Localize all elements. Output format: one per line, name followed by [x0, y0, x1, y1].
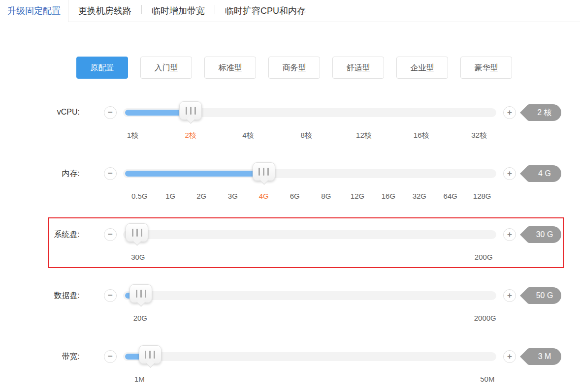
preset-luxury[interactable]: 豪华型: [460, 57, 512, 79]
decrease-button[interactable]: −: [104, 106, 117, 119]
decrease-button[interactable]: −: [104, 228, 117, 241]
increase-button[interactable]: +: [503, 167, 516, 180]
plus-icon: +: [507, 291, 512, 300]
tick-label: 1核: [127, 131, 138, 140]
tick-label: 128G: [473, 192, 491, 200]
tick-label: 20G: [133, 314, 147, 322]
slider-fill: [125, 171, 266, 177]
tick-label: 12核: [356, 131, 372, 140]
handle-grip-icon: [149, 351, 151, 359]
preset-row: 原配置入门型标准型商务型舒适型企业型豪华型: [76, 57, 580, 79]
handle-grip-icon: [267, 168, 269, 176]
minus-icon: −: [108, 108, 113, 117]
plus-icon: +: [507, 230, 512, 239]
handle-grip-icon: [263, 168, 264, 176]
slider-track[interactable]: 1M50M: [123, 352, 496, 361]
plus-icon: +: [507, 352, 512, 361]
tab-temp-increase-bandwidth[interactable]: 临时增加带宽: [142, 0, 215, 22]
badge-value: 50 G: [528, 287, 561, 304]
value-badge: 50 G: [520, 287, 561, 304]
handle-grip-icon: [141, 229, 142, 237]
preset-entry[interactable]: 入门型: [140, 57, 192, 79]
tick-label: 6G: [290, 192, 300, 200]
tick-labels: 30G200G: [123, 253, 496, 263]
slider-label: vCPU:: [0, 108, 80, 117]
tab-temp-expand-cpu-memory[interactable]: 临时扩容CPU和内存: [215, 0, 316, 22]
slider-label: 带宽:: [0, 352, 80, 362]
increase-button[interactable]: +: [503, 289, 516, 302]
tick-labels: 1M50M: [123, 375, 496, 385]
tick-label: 30G: [131, 253, 145, 261]
decrease-button[interactable]: −: [104, 289, 117, 302]
tick-label: 1G: [165, 192, 175, 200]
slider-track[interactable]: 0.5G1G2G3G4G6G8G12G16G32G64G128G: [123, 169, 496, 178]
preset-business[interactable]: 商务型: [268, 57, 320, 79]
minus-icon: −: [108, 352, 113, 361]
handle-grip-icon: [154, 351, 155, 359]
badge-arrow-icon: [520, 104, 528, 121]
badge-value: 30 G: [528, 226, 561, 243]
tick-labels: 20G2000G: [123, 314, 496, 324]
minus-icon: −: [108, 291, 113, 300]
slider-handle[interactable]: [139, 345, 161, 364]
tick-label: 32核: [471, 131, 487, 140]
slider-handle[interactable]: [253, 162, 275, 181]
value-badge: 30 G: [520, 226, 561, 243]
tab-upgrade-fixed-config[interactable]: 升级固定配置: [0, 0, 68, 22]
handle-grip-icon: [190, 107, 192, 115]
slider-track[interactable]: 1核2核4核8核12核16核32核: [123, 108, 496, 117]
handle-grip-icon: [145, 290, 146, 298]
badge-value: 4 G: [528, 165, 561, 182]
tick-label: 12G: [351, 192, 364, 200]
tick-label: 2G: [196, 192, 206, 200]
slider-track[interactable]: 30G200G: [123, 230, 496, 239]
slider-label: 数据盘:: [0, 291, 80, 301]
badge-arrow-icon: [520, 226, 528, 243]
tick-label: 1M: [134, 375, 145, 383]
increase-button[interactable]: +: [503, 106, 516, 119]
tick-labels: 0.5G1G2G3G4G6G8G12G16G32G64G128G: [123, 192, 496, 202]
increase-button[interactable]: +: [503, 350, 516, 363]
tick-label: 4核: [242, 131, 254, 140]
handle-grip-icon: [136, 229, 138, 237]
badge-value: 3 M: [528, 348, 561, 365]
slider-row-memory: 内存: − 0.5G1G2G3G4G6G8G12G16G32G64G128G +…: [0, 143, 580, 204]
handle-grip-icon: [136, 290, 137, 298]
tick-label: 50M: [480, 375, 494, 383]
badge-value: 2 核: [528, 104, 561, 121]
value-badge: 2 核: [520, 104, 561, 121]
handle-grip-icon: [258, 168, 260, 176]
plus-icon: +: [507, 169, 512, 178]
slider-label: 系统盘:: [0, 230, 80, 240]
slider-row-data-disk: 数据盘: − 20G2000G + 50 G: [0, 265, 580, 326]
slider-handle[interactable]: [126, 223, 148, 242]
decrease-button[interactable]: −: [104, 350, 117, 363]
slider-row-vcpu: vCPU: − 1核2核4核8核12核16核32核 + 2 核: [0, 82, 580, 143]
tab-change-datacenter-line[interactable]: 更换机房线路: [68, 0, 141, 22]
preset-comfort[interactable]: 舒适型: [332, 57, 384, 79]
handle-grip-icon: [132, 229, 133, 237]
preset-enterprise[interactable]: 企业型: [396, 57, 448, 79]
badge-arrow-icon: [520, 287, 528, 304]
handle-grip-icon: [186, 107, 187, 115]
preset-original-config[interactable]: 原配置: [76, 57, 128, 79]
tick-label: 0.5G: [131, 192, 148, 200]
tick-label: 16核: [414, 131, 429, 140]
tick-label: 32G: [413, 192, 426, 200]
tick-label: 3G: [228, 192, 238, 200]
slider-handle[interactable]: [179, 101, 202, 120]
slider-row-bandwidth: 带宽: − 1M50M + 3 M: [0, 326, 580, 387]
value-badge: 3 M: [520, 348, 561, 365]
tick-label: 2核: [185, 131, 196, 140]
decrease-button[interactable]: −: [104, 167, 117, 180]
preset-standard[interactable]: 标准型: [204, 57, 256, 79]
value-badge: 4 G: [520, 165, 561, 182]
tick-label: 200G: [475, 253, 493, 261]
slider-row-system-disk: 系统盘: − 30G200G + 30 G: [0, 204, 580, 265]
minus-icon: −: [108, 169, 113, 178]
slider-handle[interactable]: [129, 284, 152, 303]
slider-track[interactable]: 20G2000G: [123, 291, 496, 300]
slider-label: 内存:: [0, 169, 80, 179]
increase-button[interactable]: +: [503, 228, 516, 241]
badge-arrow-icon: [520, 348, 528, 365]
